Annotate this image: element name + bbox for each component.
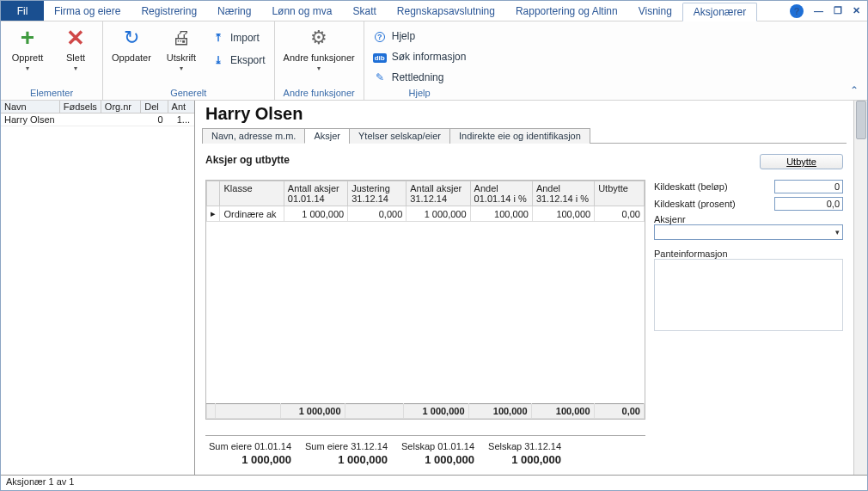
menu-skatt[interactable]: Skatt (342, 1, 386, 21)
export-icon: ⤓ (211, 54, 225, 66)
hjelp-label: Hjelp (392, 30, 415, 42)
col-navn[interactable]: Navn (1, 101, 60, 113)
col-fodsels[interactable]: Fødsels (60, 101, 101, 113)
foot-antall-slutt: 1 000,000 (404, 404, 468, 419)
sok-informasjon-button[interactable]: dib Søk informasjon (373, 49, 467, 64)
tab-navn-adresse[interactable]: Navn, adresse m.m. (202, 128, 305, 144)
eksport-button[interactable]: ⤓ Eksport (211, 52, 266, 68)
summary-row: Sum eiere 01.01.14 1 000,000 Sum eiere 3… (205, 435, 645, 471)
aksjenr-select[interactable] (654, 224, 843, 240)
cell-klasse: Ordinære ak (220, 206, 284, 222)
rettledning-button[interactable]: ✎ Rettledning (373, 70, 467, 85)
restore-button[interactable]: ❐ (834, 5, 842, 16)
menu-lonn-og-mva[interactable]: Lønn og mva (261, 1, 342, 21)
ribbon-group-andre-funksjoner: ⚙ Andre funksjoner ▾ Andre funksjoner (275, 21, 364, 100)
table-footer: 1 000,000 1 000,000 100,000 100,000 0,00 (207, 404, 645, 419)
import-label: Import (230, 32, 260, 44)
menu-registrering[interactable]: Registrering (131, 1, 207, 21)
utbytte-button[interactable]: Utbytte (760, 154, 843, 169)
panteinformasjon-textarea[interactable] (654, 259, 843, 331)
th-andel-start[interactable]: Andel 01.01.14 i % (470, 181, 532, 206)
tab-indirekte[interactable]: Indirekte eie og identifikasjon (449, 128, 590, 144)
opprett-button[interactable]: + Opprett ▾ (9, 25, 46, 72)
cell-del: 0 (140, 114, 168, 126)
shareholder-row[interactable]: Harry Olsen 0 1... (1, 114, 194, 126)
col-orgnr[interactable]: Org.nr (101, 101, 141, 113)
cell-antall-start: 1 000,000 (284, 206, 347, 222)
collapse-ribbon-icon[interactable]: ⌃ (850, 84, 859, 96)
menu-naering[interactable]: Næring (207, 1, 261, 21)
th-utbytte[interactable]: Utbytte (595, 181, 645, 206)
cell-fodsels (60, 114, 101, 126)
menu-regnskapsavslutning[interactable]: Regnskapsavslutning (387, 1, 505, 21)
th-antall-start[interactable]: Antall aksjer 01.01.14 (284, 181, 347, 206)
delete-icon: ✕ (66, 25, 85, 52)
status-bar: Aksjonær 1 av 1 (1, 475, 867, 490)
andre-funksjoner-label: Andre funksjoner (284, 52, 355, 63)
refresh-icon: ↻ (124, 27, 139, 49)
foot-antall-start: 1 000,000 (280, 404, 345, 419)
menu-firma-og-eiere[interactable]: Firma og eiere (44, 1, 131, 21)
shareholder-list: Navn Fødsels Org.nr Del Ant Harry Olsen … (1, 101, 195, 475)
sum-selskap-start: Selskap 01.01.14 1 000,000 (401, 441, 474, 466)
utskrift-button[interactable]: 🖨 Utskrift ▾ (163, 25, 199, 72)
dib-icon: dib (373, 51, 387, 63)
content-area: Navn Fødsels Org.nr Del Ant Harry Olsen … (1, 101, 867, 475)
chevron-down-icon: ▾ (26, 64, 29, 72)
th-antall-slutt[interactable]: Antall aksjer 31.12.14 (406, 181, 470, 206)
ribbon-group-label: Hjelp (373, 88, 467, 98)
kildeskatt-prosent-input[interactable]: 0,0 (774, 197, 843, 211)
minimize-button[interactable]: — (814, 6, 823, 16)
th-justering[interactable]: Justering 31.12.14 (348, 181, 406, 206)
chevron-down-icon: ▾ (317, 64, 321, 72)
cell-antall-slutt: 1 000,000 (406, 206, 470, 222)
side-panel: Kildeskatt (beløp) 0 Kildeskatt (prosent… (654, 180, 843, 471)
ribbon-group-generelt: ↻ Oppdater 🖨 Utskrift ▾ ⤒ Import ⤓ Ekspo… (103, 21, 275, 100)
th-andel-slutt[interactable]: Andel 31.12.14 i % (532, 181, 594, 206)
eksport-label: Eksport (230, 54, 266, 66)
oppdater-label: Oppdater (112, 52, 151, 63)
ribbon-group-label: Elementer (9, 88, 94, 98)
vertical-scrollbar[interactable] (853, 101, 867, 475)
close-button[interactable]: ✕ (853, 5, 860, 16)
gear-icon: ⚙ (310, 27, 327, 49)
help-icon[interactable]: ? (790, 4, 804, 18)
menu-rapportering-og-altinn[interactable]: Rapportering og Altinn (505, 1, 628, 21)
import-button[interactable]: ⤒ Import (211, 30, 266, 46)
cell-andel-slutt: 100,000 (532, 206, 594, 222)
foot-andel-start: 100,000 (468, 404, 531, 419)
andre-funksjoner-button[interactable]: ⚙ Andre funksjoner ▾ (284, 25, 355, 72)
chevron-down-icon: ▾ (180, 64, 183, 72)
scrollbar-thumb[interactable] (856, 101, 866, 139)
page-title: Harry Olsen (202, 101, 847, 127)
foot-andel-slutt: 100,000 (531, 404, 594, 419)
kildeskatt-belop-label: Kildeskatt (beløp) (654, 181, 769, 192)
hjelp-button[interactable]: ? Hjelp (373, 28, 467, 44)
menu-bar: Fil Firma og eiere Registrering Næring L… (1, 1, 867, 21)
tab-ytelser[interactable]: Ytelser selskap/eier (349, 128, 450, 144)
ribbon: + Opprett ▾ ✕ Slett ▾ Elementer ↻ Oppdat… (1, 21, 867, 101)
col-ant[interactable]: Ant (168, 101, 194, 113)
help-icon: ? (373, 30, 387, 42)
cell-andel-start: 100,000 (470, 206, 532, 222)
sum-eiere-slutt: Sum eiere 31.12.14 1 000,000 (305, 441, 388, 466)
th-klasse[interactable]: Klasse (220, 181, 284, 206)
kildeskatt-prosent-label: Kildeskatt (prosent) (654, 199, 769, 209)
kildeskatt-belop-input[interactable]: 0 (774, 180, 843, 193)
slett-button[interactable]: ✕ Slett ▾ (58, 25, 94, 72)
menu-aksjonaerer[interactable]: Aksjonærer (682, 3, 757, 21)
menu-visning[interactable]: Visning (628, 1, 682, 21)
ribbon-group-hjelp: ? Hjelp dib Søk informasjon ✎ Rettlednin… (364, 21, 475, 100)
plus-icon: + (21, 24, 34, 52)
file-tab[interactable]: Fil (1, 1, 44, 21)
col-del[interactable]: Del (141, 101, 168, 113)
import-icon: ⤒ (211, 32, 225, 44)
oppdater-button[interactable]: ↻ Oppdater (112, 25, 151, 63)
row-marker-icon: ▸ (207, 206, 220, 222)
table-row[interactable]: ▸ Ordinære ak 1 000,000 0,000 1 000,000 … (207, 206, 645, 222)
panteinformasjon-label: Panteinformasjon (654, 249, 728, 259)
print-icon: 🖨 (172, 27, 191, 49)
tab-aksjer[interactable]: Aksjer (304, 128, 350, 144)
ribbon-group-elementer: + Opprett ▾ ✕ Slett ▾ Elementer (1, 21, 103, 100)
detail-tabs: Navn, adresse m.m. Aksjer Ytelser selska… (202, 127, 847, 144)
